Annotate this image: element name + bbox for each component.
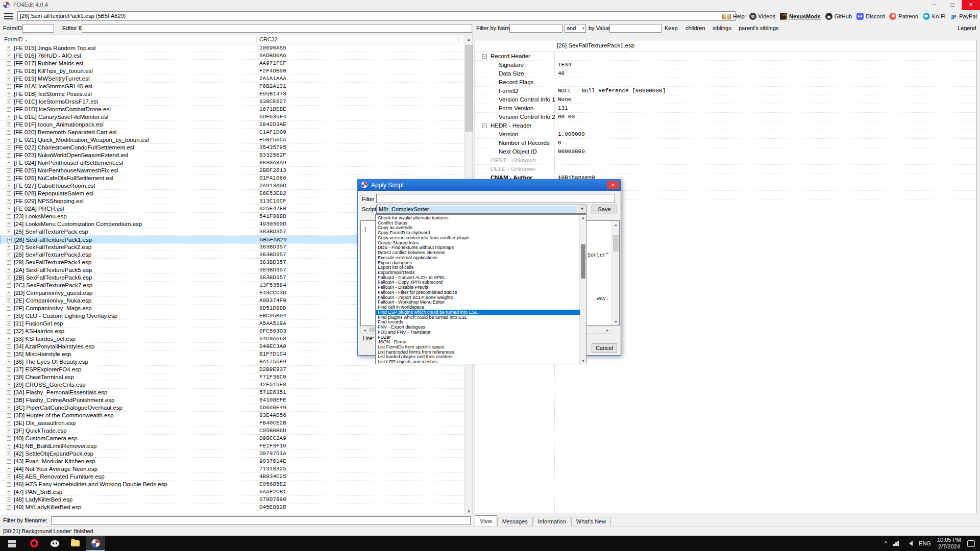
script-dropdown-item[interactable]: Find plugins which could be turned into … (376, 315, 580, 320)
dialog-title-bar[interactable]: Apply Script × (358, 180, 621, 191)
expand-plus-icon[interactable]: + (7, 184, 11, 188)
tab-messages[interactable]: Messages (497, 517, 533, 526)
expand-plus-icon[interactable]: + (7, 398, 11, 403)
editorid-input[interactable] (82, 24, 472, 33)
plugin-row[interactable]: +[FE 020] Bememoth Separated Cart.eslC1A… (0, 129, 464, 136)
tab-whats-new[interactable]: What's New (571, 517, 611, 526)
kofi-link[interactable]: Ko-Fi (923, 13, 945, 20)
discord-link[interactable]: Discord (856, 13, 885, 20)
scroll-right-icon[interactable]: ► (604, 327, 611, 334)
expand-plus-icon[interactable]: + (7, 291, 11, 295)
plugin-row[interactable]: +[FE 01B] IceStorms Poses.eslE95B1473 (0, 90, 464, 98)
taskbar-fo4edit-icon[interactable] (86, 536, 105, 551)
expand-plus-icon[interactable]: + (7, 360, 11, 364)
expand-plus-icon[interactable]: + (7, 99, 11, 104)
expand-plus-icon[interactable]: + (7, 238, 12, 242)
tab-information[interactable]: Information (533, 517, 571, 526)
expand-plus-icon[interactable]: + (7, 191, 11, 196)
collapse-minus-icon[interactable]: − (482, 54, 487, 59)
expand-plus-icon[interactable]: + (7, 54, 11, 58)
expand-plus-icon[interactable]: + (7, 490, 11, 494)
plugin-row[interactable]: +[FE 01D] IceStormsCombatDrone.esl1671DE… (0, 106, 464, 113)
script-dropdown-item[interactable]: Fallout4 - Workshop Menu Editor (376, 299, 580, 305)
expand-plus-icon[interactable]: + (7, 107, 11, 112)
record-row[interactable]: DELE - Unknown (475, 165, 976, 173)
scroll-up-icon[interactable]: ▲ (464, 35, 473, 44)
maximize-button[interactable]: □ (943, 0, 962, 10)
expand-plus-icon[interactable]: + (7, 153, 11, 158)
paypal-link[interactable]: PayPal (950, 13, 977, 20)
combobox-dropdown-icon[interactable]: ▼ (578, 205, 586, 213)
plugin-row[interactable]: +[43] Evan_Modular Kitchen.esp9037614E (0, 458, 464, 465)
expand-plus-icon[interactable]: + (7, 344, 11, 349)
expand-plus-icon[interactable]: + (7, 505, 11, 510)
plugin-row[interactable]: +[FE 019] MWSentryTurret.esl2A1A1AAA (0, 75, 464, 83)
expand-plus-icon[interactable]: + (7, 276, 11, 280)
plugin-row[interactable]: +[FE 01E] CanarySaveFileMonitor.esl6DF63… (0, 113, 464, 121)
record-row[interactable]: Data Size46 (475, 69, 976, 78)
expand-plus-icon[interactable]: + (7, 444, 11, 448)
script-dropdown-item[interactable]: Find cell in worldspace (376, 305, 580, 310)
expand-plus-icon[interactable]: + (7, 375, 11, 380)
script-dropdown-item[interactable]: Fallout4 - Filter for precombined static… (376, 290, 580, 295)
scroll-down-icon[interactable]: ▼ (464, 507, 473, 516)
plugin-row[interactable]: +[3C] PiperCaitCurieDialogueOverhaul.esp… (0, 404, 464, 412)
script-dropdown-item[interactable]: Conflict Status (376, 220, 580, 226)
expand-plus-icon[interactable]: + (7, 421, 11, 425)
plugin-row[interactable]: +[FE 01A] IceStormsGRL45.eslF6B2A131 (0, 83, 464, 90)
expand-plus-icon[interactable]: + (7, 482, 11, 487)
expand-plus-icon[interactable]: + (7, 260, 11, 265)
expand-plus-icon[interactable]: + (7, 497, 11, 502)
expand-plus-icon[interactable]: + (7, 145, 11, 150)
expand-plus-icon[interactable]: + (7, 367, 11, 372)
expand-plus-icon[interactable]: + (7, 230, 11, 234)
script-dropdown-item[interactable]: ExportImportTexts (376, 270, 580, 275)
plugin-row[interactable]: +[FE 01F] tooun_Animationpack.esl2842D3A… (0, 121, 464, 129)
scrollbar-thumb[interactable] (581, 244, 585, 279)
script-dropdown-item[interactable]: JSON - Demo (376, 339, 580, 344)
expand-plus-icon[interactable]: + (7, 314, 11, 318)
expand-plus-icon[interactable]: + (7, 429, 11, 433)
legend-link[interactable]: Legend (958, 25, 976, 31)
record-row[interactable]: Form Version131 (475, 104, 976, 113)
expand-plus-icon[interactable]: + (7, 253, 11, 257)
expand-plus-icon[interactable]: + (7, 46, 11, 51)
plugin-row[interactable]: +[3E] Dlx_assaultron.espFB40CE2B (0, 419, 464, 427)
record-row[interactable]: Version Control Info 1None (475, 95, 976, 104)
expand-plus-icon[interactable]: + (7, 352, 11, 357)
script-dropdown-item[interactable]: Export dialogues (376, 260, 580, 265)
script-dropdown-item[interactable]: Fallout4 - Convert ALCH to SPEL (376, 275, 580, 280)
tab-view[interactable]: View (475, 515, 497, 526)
record-row[interactable]: Record Flags (475, 78, 976, 87)
plugin-list-header[interactable]: FormID ▲ CRC32 (0, 35, 473, 44)
script-dropdown-item[interactable]: Fallout4 - Disable PreVis (376, 285, 580, 290)
script-dropdown-item[interactable]: Copy as override (376, 225, 580, 230)
script-dropdown-item[interactable]: Copy version control info from another p… (376, 235, 580, 240)
github-link[interactable]: GitHub (825, 13, 852, 20)
script-dropdown-item[interactable]: FUZer (376, 335, 580, 340)
plugin-row[interactable]: +[39] CROSS_GoreCrits.esp42F515E8 (0, 381, 464, 389)
expand-plus-icon[interactable]: + (7, 474, 11, 479)
plugin-row[interactable]: +[FE 016] 76HUD - AIO.esl9ADBD0A6 (0, 52, 464, 60)
script-dropdown-item[interactable]: FNV - Export dialogues (376, 324, 580, 330)
formid-input[interactable] (22, 24, 54, 33)
taskbar-discord-icon[interactable] (45, 536, 64, 551)
filter-by-value-input[interactable] (609, 24, 662, 33)
expand-plus-icon[interactable]: + (7, 436, 11, 441)
patreon-link[interactable]: Patreon (889, 13, 918, 20)
expand-plus-icon[interactable]: + (7, 161, 11, 165)
expand-plus-icon[interactable]: + (7, 306, 11, 311)
plugin-row[interactable]: +[37] ESPExplorerFO4.espD2B9E937 (0, 366, 464, 373)
plugin-row[interactable]: +[3D] Hunter of the Commonwealth.esp83E4… (0, 412, 464, 419)
script-dropdown-item[interactable]: Fallout4 - Import SCLP bone weights (376, 295, 580, 300)
expand-plus-icon[interactable]: + (7, 138, 11, 142)
expand-plus-icon[interactable]: + (7, 222, 11, 227)
expand-plus-icon[interactable]: + (7, 122, 11, 127)
script-dropdown-item[interactable]: Find records (376, 319, 580, 324)
plugin-row[interactable]: +[FE 023] NukaWorldOpenSeasonExtend.eslB… (0, 152, 464, 159)
expand-plus-icon[interactable]: + (7, 283, 11, 288)
plugin-row[interactable]: +[FE 022] CharlestownCondoFullSettlement… (0, 144, 464, 152)
taskbar-opera-icon[interactable] (24, 536, 44, 551)
scroll-down-icon[interactable]: ▼ (580, 357, 586, 364)
script-combobox[interactable]: M8r_ComplexSorter ▼ (376, 205, 586, 214)
